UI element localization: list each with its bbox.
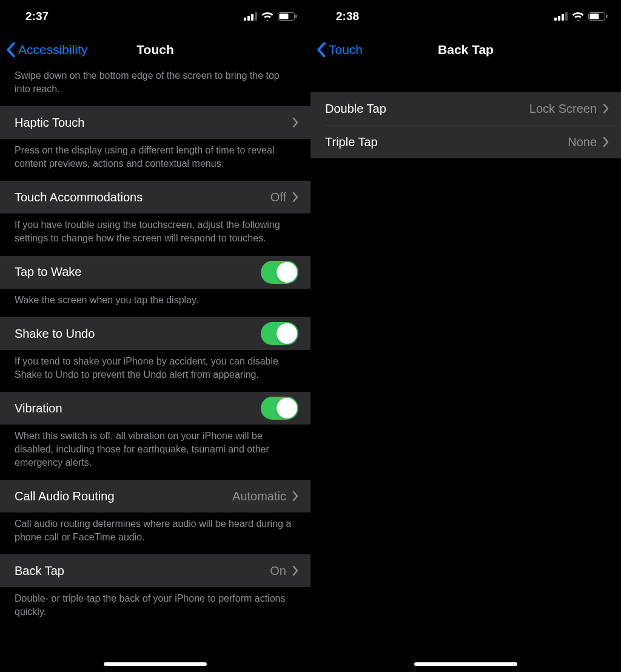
chevron-right-icon [292,491,298,501]
shake-to-undo-footer: If you tend to shake your iPhone by acci… [0,350,310,392]
wifi-icon [261,12,274,21]
row-label: Back Tap [15,564,64,578]
row-label: Call Audio Routing [15,489,115,503]
cellular-icon [554,12,568,21]
haptic-touch-row[interactable]: Haptic Touch [0,106,310,139]
svg-rect-6 [295,15,297,18]
status-bar: 2:37 [0,0,310,33]
home-indicator[interactable] [104,662,207,666]
back-tap-footer: Double- or triple-tap the back of your i… [0,587,310,629]
double-tap-row[interactable]: Double Tap Lock Screen [310,92,621,125]
chevron-right-icon [292,566,298,576]
chevron-left-icon [317,42,326,57]
row-label: Tap to Wake [15,265,81,279]
status-indicators [554,12,608,21]
battery-icon [278,12,297,21]
shake-to-undo-row: Shake to Undo [0,317,310,350]
content-scroll[interactable]: Swipe down on the bottom edge of the scr… [0,67,310,672]
tap-to-wake-toggle[interactable] [261,261,298,284]
row-value: Off [270,190,286,204]
chevron-right-icon [292,192,298,202]
row-label: Vibration [15,402,62,415]
back-label: Touch [329,42,363,57]
svg-rect-1 [247,16,250,21]
svg-rect-3 [255,12,257,21]
tap-to-wake-footer: Wake the screen when you tap the display… [0,289,310,318]
chevron-right-icon [603,104,609,113]
home-indicator[interactable] [414,662,517,666]
svg-rect-9 [562,14,564,21]
chevron-right-icon [292,118,298,127]
row-label: Triple Tap [325,135,378,149]
vibration-row: Vibration [0,392,310,425]
svg-rect-7 [554,18,557,21]
back-tap-row[interactable]: Back Tap On [0,554,310,587]
back-tap-options-group: Double Tap Lock Screen Triple Tap None [310,92,621,158]
battery-icon [588,12,608,21]
call-audio-routing-footer: Call audio routing determines where audi… [0,512,310,554]
status-time: 2:37 [25,10,49,23]
vibration-toggle[interactable] [261,397,298,420]
reachability-footer: Swipe down on the bottom edge of the scr… [0,67,310,106]
chevron-left-icon [6,42,16,57]
chevron-right-icon [603,137,609,147]
back-button-touch[interactable]: Touch [317,42,363,57]
row-value: On [270,564,286,578]
wifi-icon [571,12,585,21]
status-indicators [244,12,297,21]
back-label: Accessibility [18,42,87,57]
svg-rect-12 [590,14,599,19]
row-label: Shake to Undo [15,327,95,341]
cellular-icon [244,12,257,21]
vibration-footer: When this switch is off, all vibration o… [0,425,310,480]
svg-rect-8 [558,16,560,21]
content-scroll[interactable]: Double Tap Lock Screen Triple Tap None [310,67,621,672]
call-audio-routing-row[interactable]: Call Audio Routing Automatic [0,480,310,512]
nav-bar: Touch Back Tap [310,33,621,67]
row-value: Lock Screen [529,102,597,116]
row-label: Touch Accommodations [15,190,143,204]
triple-tap-row[interactable]: Triple Tap None [310,126,621,158]
tap-to-wake-row: Tap to Wake [0,256,310,289]
haptic-touch-footer: Press on the display using a different l… [0,139,310,181]
svg-rect-10 [565,12,568,21]
svg-rect-0 [244,18,246,21]
touch-settings-pane: 2:37 Accessibility Touch Swipe down on t… [0,0,310,672]
row-value: None [568,135,597,149]
row-label: Double Tap [325,102,386,116]
touch-accommodations-footer: If you have trouble using the touchscree… [0,213,310,255]
shake-to-undo-toggle[interactable] [261,322,298,345]
status-time: 2:38 [336,10,359,23]
back-button-accessibility[interactable]: Accessibility [6,42,87,57]
row-label: Haptic Touch [15,116,84,130]
nav-bar: Accessibility Touch [0,33,310,67]
touch-accommodations-row[interactable]: Touch Accommodations Off [0,181,310,213]
svg-rect-13 [606,15,608,18]
svg-rect-5 [280,14,289,19]
back-tap-settings-pane: 2:38 Touch Back Tap Double Tap Lock Scre… [310,0,621,672]
row-value: Automatic [232,489,286,503]
status-bar: 2:38 [310,0,621,33]
svg-rect-2 [251,14,253,21]
